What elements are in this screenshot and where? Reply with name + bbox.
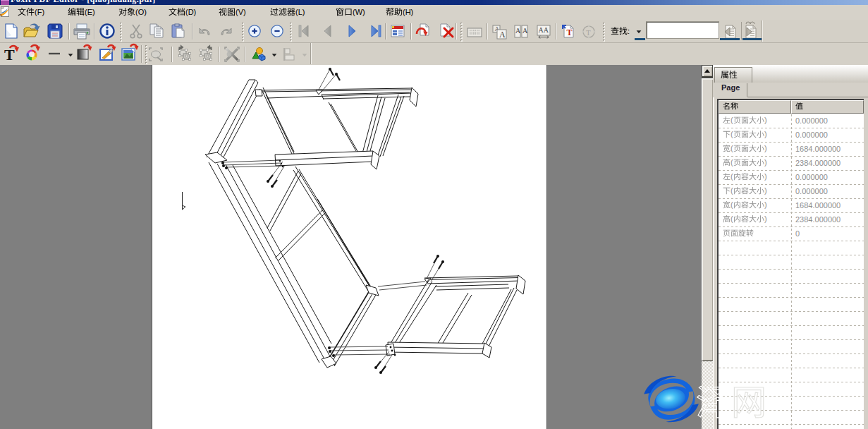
svg-text:(: ( (731, 186, 733, 195)
svg-text:(: ( (731, 130, 733, 138)
svg-text:(: ( (731, 116, 733, 124)
svg-text:): ) (764, 186, 767, 195)
svg-text:): ) (764, 172, 767, 181)
svg-text:2384.000000: 2384.000000 (795, 159, 841, 167)
svg-text:T: T (567, 28, 573, 37)
svg-text:): ) (764, 158, 767, 167)
svg-text:(: ( (731, 200, 733, 209)
svg-text:0.000000: 0.000000 (795, 173, 828, 181)
svg-text:A: A (522, 27, 528, 35)
svg-text:): ) (764, 214, 767, 223)
svg-text:A: A (499, 30, 506, 40)
svg-text:(: ( (731, 214, 733, 223)
svg-text:): ) (764, 130, 767, 138)
svg-text:T: T (586, 28, 591, 37)
svg-text:): ) (764, 116, 767, 124)
svg-text:0.000000: 0.000000 (795, 131, 828, 139)
svg-text:AA: AA (539, 26, 549, 34)
svg-text:T: T (4, 46, 15, 64)
svg-text:1684.000000: 1684.000000 (795, 145, 841, 153)
svg-text:1684.000000: 1684.000000 (795, 201, 841, 210)
svg-text:): ) (764, 200, 767, 209)
svg-text:Page: Page (721, 83, 740, 92)
svg-text::: : (628, 27, 630, 35)
svg-text:2384.000000: 2384.000000 (795, 215, 841, 224)
svg-text:A: A (515, 27, 521, 35)
svg-text:(: ( (731, 158, 733, 167)
svg-text:0.000000: 0.000000 (795, 187, 828, 195)
svg-text:): ) (764, 144, 767, 152)
svg-text:(: ( (731, 144, 733, 152)
svg-text:(: ( (731, 172, 733, 181)
svg-text:0: 0 (795, 229, 800, 238)
svg-text:0.000000: 0.000000 (795, 116, 828, 125)
